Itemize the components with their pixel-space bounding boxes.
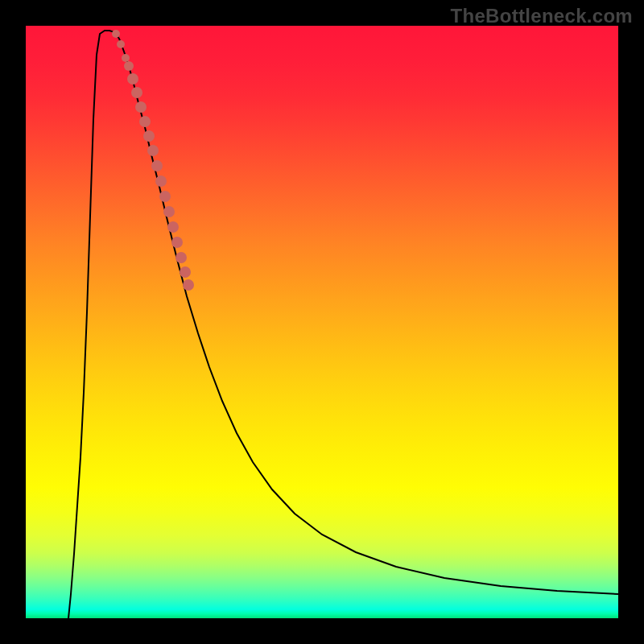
data-point-marker xyxy=(124,61,134,71)
outer-frame: TheBottleneck.com xyxy=(0,0,644,644)
data-point-marker xyxy=(159,191,171,202)
watermark-text: TheBottleneck.com xyxy=(451,5,633,27)
bottleneck-curve xyxy=(68,31,618,618)
data-point-marker xyxy=(112,30,120,38)
data-point-marker xyxy=(151,160,163,171)
data-point-marker xyxy=(180,266,191,278)
data-point-marker xyxy=(143,130,155,142)
data-point-marker xyxy=(122,54,130,62)
data-point-marker xyxy=(131,87,142,98)
plot-area xyxy=(26,26,618,618)
data-point-marker xyxy=(163,206,175,217)
data-point-marker xyxy=(175,252,187,263)
data-point-marker xyxy=(127,73,138,85)
data-point-marker xyxy=(155,175,167,187)
data-point-marker xyxy=(135,101,147,113)
data-point-marker xyxy=(167,221,179,233)
curve-layer xyxy=(68,31,618,618)
chart-svg xyxy=(26,26,618,618)
data-point-marker xyxy=(139,116,151,127)
data-point-marker xyxy=(147,145,159,156)
data-point-marker xyxy=(183,279,194,291)
data-point-marker xyxy=(117,40,125,48)
data-point-marker xyxy=(171,237,183,248)
